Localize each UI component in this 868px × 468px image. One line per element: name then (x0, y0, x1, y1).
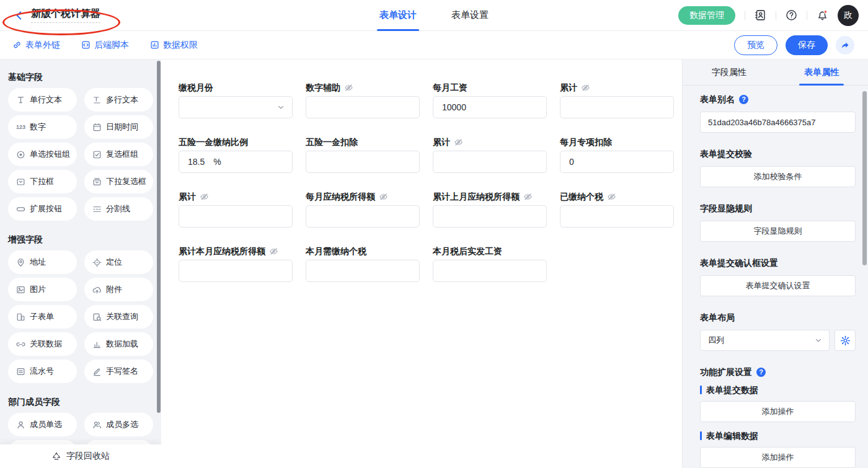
panel-action-button[interactable]: 添加校验条件 (700, 166, 856, 187)
serial-number-icon (16, 367, 25, 376)
sidebar-item[interactable]: 关联数据 (8, 332, 77, 356)
save-button[interactable]: 保存 (786, 35, 828, 55)
tab-form-settings[interactable]: 表单设置 (451, 0, 489, 31)
form-field-label-text: 五险一金缴纳比例 (179, 137, 248, 147)
datetime-icon (92, 123, 102, 132)
panel-action-button[interactable]: 添加操作 (700, 401, 856, 422)
form-field-input[interactable] (306, 151, 420, 173)
field-library-sidebar: 基础字段单行文本多行文本123数字日期时间单选按钮组复选框组下拉框下拉复选框扩展… (0, 60, 161, 468)
form-field-input[interactable] (179, 205, 293, 227)
form-field-input[interactable]: 10000 (433, 96, 547, 118)
sidebar-item-label: 扩展按钮 (30, 203, 62, 214)
tab-form-design[interactable]: 表单设计 (379, 0, 417, 31)
form-field: 本月税后实发工资 (433, 246, 547, 282)
preview-button[interactable]: 预览 (734, 35, 777, 55)
data-manage-button[interactable]: 数据管理 (678, 6, 735, 25)
form-field: 每月专项扣除0 (560, 137, 674, 173)
form-field-value: 10000 (442, 102, 466, 112)
sidebar-item[interactable]: 附件 (84, 278, 153, 301)
gear-icon (840, 335, 851, 346)
form-field-input[interactable] (560, 205, 674, 227)
sidebar-item[interactable]: 下拉复选框 (84, 170, 153, 193)
panel-group-heading: 表单布局 (700, 311, 856, 324)
form-field-unit: % (213, 157, 221, 167)
sidebar-item[interactable]: 扩展按钮 (8, 197, 77, 221)
sidebar-item[interactable]: 成员单选 (8, 413, 77, 436)
sidebar-item[interactable]: 流水号 (8, 360, 77, 383)
form-field-input[interactable] (306, 205, 420, 227)
form-field-input[interactable] (433, 205, 547, 227)
sidebar-item[interactable]: 下拉框 (8, 170, 77, 193)
panel-group-heading-text: 表单编辑数据 (706, 430, 758, 442)
form-layout-value: 四列 (708, 335, 724, 346)
sidebar-item[interactable]: 手写签名 (84, 360, 153, 383)
sidebar-item-label: 关联查询 (106, 311, 138, 322)
form-layout-select[interactable]: 四列 (700, 330, 830, 351)
form-alias-input[interactable]: 51dad203a46b78a4666375a7 (700, 112, 856, 133)
sidebar-item[interactable]: 子表单 (8, 305, 77, 329)
form-field-input[interactable]: 0 (560, 151, 674, 173)
form-field-input[interactable] (560, 96, 674, 118)
panel-group-heading: 表单编辑数据 (700, 430, 856, 442)
chevron-down-icon (277, 103, 285, 112)
panel-group-heading-text: 表单提交确认框设置 (700, 257, 778, 269)
form-field-input[interactable] (433, 151, 547, 173)
share-button[interactable] (836, 36, 854, 55)
form-field-input[interactable] (306, 96, 420, 118)
sidebar-item[interactable]: 多行文本 (84, 88, 153, 112)
sidebar-item[interactable]: 成员多选 (84, 413, 153, 436)
bell-icon[interactable] (817, 9, 828, 21)
sidebar-item-label: 日期时间 (106, 121, 138, 133)
sidebar-item[interactable]: 关联查询 (84, 305, 153, 329)
sidebar-item-label: 复选框组 (106, 149, 138, 160)
address-book-icon[interactable] (755, 9, 766, 21)
tab-form-props[interactable]: 表单属性 (776, 60, 868, 85)
toolbar-link[interactable]: 数据权限 (150, 40, 198, 51)
form-field-input[interactable] (306, 260, 420, 282)
form-field-input[interactable]: 18.5% (179, 151, 293, 173)
sidebar-item-label: 定位 (106, 257, 122, 268)
panel-action-button[interactable]: 表单提交确认设置 (700, 275, 856, 296)
field-recycle-button[interactable]: 字段回收站 (0, 444, 161, 468)
question-circle-icon[interactable]: ? (739, 95, 748, 104)
panel-scrollbar[interactable] (862, 91, 867, 265)
sidebar-item[interactable]: 123数字 (8, 115, 77, 139)
sidebar-item[interactable]: 地址 (8, 250, 77, 274)
form-field-grid: 缴税月份数字辅助每月工资10000累计五险一金缴纳比例18.5%五险一金扣除累计… (179, 82, 682, 282)
avatar[interactable]: 政 (838, 5, 859, 26)
tab-field-props[interactable]: 字段属性 (683, 60, 776, 85)
image-icon (16, 285, 25, 294)
sidebar-item[interactable]: 复选框组 (84, 143, 153, 166)
panel-action-button[interactable]: 字段显隐规则 (700, 221, 856, 242)
sidebar-item[interactable]: 单选按钮组 (8, 143, 77, 166)
sidebar-item[interactable]: 日期时间 (84, 115, 153, 139)
panel-action-button[interactable]: 添加操作 (700, 447, 856, 468)
sidebar-item-label: 单行文本 (30, 94, 62, 105)
help-icon[interactable] (786, 9, 797, 21)
panel-group: 表单编辑数据添加操作 (700, 430, 856, 468)
form-field: 本月需缴纳个税 (306, 246, 420, 282)
sidebar-item-label: 数字 (30, 121, 46, 133)
sidebar-item-label: 成员单选 (30, 419, 62, 430)
heading-accent-bar (700, 386, 702, 394)
layout-gear-button[interactable] (835, 330, 856, 351)
sidebar-item[interactable]: 分割线 (84, 197, 153, 221)
back-button[interactable] (14, 10, 25, 21)
sidebar-scrollbar[interactable] (157, 61, 161, 413)
sidebar-item[interactable]: 图片 (8, 278, 77, 301)
form-field-select[interactable] (179, 96, 293, 118)
location-icon (92, 258, 102, 267)
toolbar-link[interactable]: 表单外链 (12, 40, 60, 51)
address-icon (16, 258, 25, 267)
question-circle-icon[interactable]: ? (756, 368, 766, 377)
form-field-input[interactable] (179, 260, 293, 282)
form-field-value: 18.5 (188, 157, 205, 167)
toolbar-link[interactable]: 后端脚本 (81, 40, 129, 51)
sidebar-item[interactable]: 单行文本 (8, 88, 77, 112)
sidebar-item-label: 数据加载 (106, 338, 138, 350)
form-title[interactable]: 新版个税计算器 (31, 7, 100, 23)
sidebar-item[interactable]: 定位 (84, 250, 153, 274)
radio-group-icon (16, 150, 25, 159)
sidebar-item[interactable]: 数据加载 (84, 332, 153, 356)
form-field-input[interactable] (433, 260, 547, 282)
